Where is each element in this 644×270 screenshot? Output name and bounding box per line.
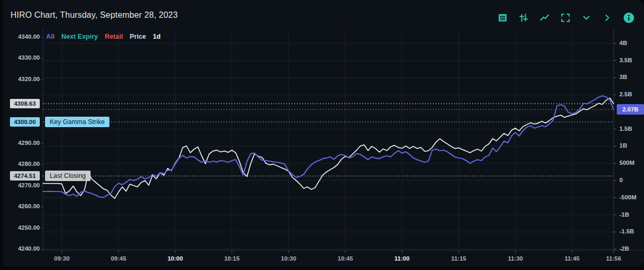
time-tick-label: 11:00 <box>387 255 417 262</box>
hiro-tick-label: 4B <box>619 40 627 46</box>
time-tick-label: 11:45 <box>558 255 587 262</box>
hiro-tick-label: 1B <box>619 142 627 149</box>
key-gamma-strike-tag: Key Gamma Strike <box>45 117 109 127</box>
price-tick-label: 4290.00 <box>7 140 40 146</box>
price-tick-label: 4280.00 <box>7 161 40 167</box>
time-tick-label: 11:15 <box>444 255 473 262</box>
hiro-tick-label: 2.5B <box>619 91 632 97</box>
hiro-tick-label: 3.5B <box>619 57 632 63</box>
chart-panel: HIRO Chart, Thursday, September 28, 2023 <box>3 0 644 267</box>
price-tick-label: 4260.00 <box>7 203 40 209</box>
last-closing-tag: Last Closing <box>45 171 91 181</box>
time-tick-label: 11:30 <box>501 255 530 262</box>
time-tick-label: 10:30 <box>274 255 303 262</box>
price-tick-label: 4240.00 <box>7 245 40 252</box>
chart-plot-area[interactable] <box>43 32 614 250</box>
time-tick-label: 10:00 <box>161 255 190 262</box>
price-tick-label: 4250.00 <box>7 224 40 231</box>
key-gamma-strike-axis-callout: 4300.00 <box>10 117 40 127</box>
time-tick-label: 09:45 <box>104 255 133 262</box>
hiro-tick-label: 0 <box>619 177 623 183</box>
price-tick-label: 4320.00 <box>7 76 40 82</box>
hiro-tick-label: 500M <box>619 160 635 166</box>
hiro-tick-label: -1.5B <box>619 228 634 234</box>
last-closing-axis-callout: 4274.51 <box>10 171 40 181</box>
price-tick-label: 4270.00 <box>7 182 40 188</box>
time-tick-label: 10:15 <box>217 255 247 262</box>
hiro-tick-label: 3B <box>619 74 627 80</box>
hiro-tick-label: -2B <box>619 245 629 252</box>
time-tick-label: 09:30 <box>47 255 76 262</box>
hiro-tick-label: -1B <box>619 211 629 218</box>
hiro-tick-label: -500M <box>619 194 637 200</box>
price-tick-label: 4330.00 <box>7 54 40 61</box>
time-tick-label: 11:56 <box>599 255 628 262</box>
price-tick-label: 4340.00 <box>7 33 40 40</box>
hiro-tick-label: 1.5B <box>619 126 632 132</box>
hiro-chart-window: HIRO Chart, Thursday, September 28, 2023 <box>0 0 644 270</box>
hiro-current-value-axis-callout: 2.07B <box>617 104 644 115</box>
time-tick-label: 10:45 <box>330 255 360 262</box>
current-price-axis-callout: 4308.63 <box>10 99 40 108</box>
